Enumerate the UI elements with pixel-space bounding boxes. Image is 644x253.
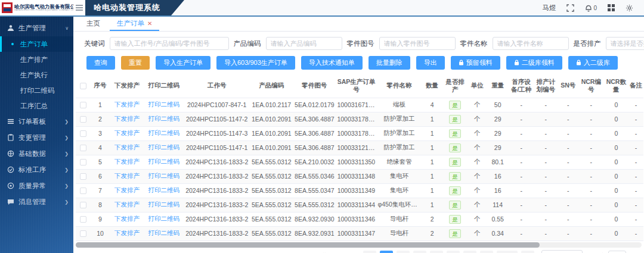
print-qrcode-link[interactable]: 打印二维码 xyxy=(144,112,184,126)
page-size-select[interactable]: 10条/页∨ xyxy=(541,250,583,253)
row-checkbox[interactable] xyxy=(80,216,86,223)
row-checkbox[interactable] xyxy=(80,145,86,151)
action-button-导出[interactable]: 导出 xyxy=(416,56,445,70)
sidebar-item-0[interactable]: 生产管理∨ xyxy=(0,20,73,36)
sidebar-collapse-icon[interactable] xyxy=(73,0,85,15)
action-button-批量删除[interactable]: 批量删除 xyxy=(369,56,410,70)
tab-0[interactable]: 主页 xyxy=(79,17,107,31)
sidebar-subitem-生产订单[interactable]: 生产订单 xyxy=(0,36,73,52)
print-qrcode-link[interactable]: 打印二维码 xyxy=(144,140,184,155)
pagination-page-6[interactable]: 6 xyxy=(463,251,476,253)
sidebar-item-5[interactable]: 质量异常❯ xyxy=(0,178,73,194)
sidebar-item-1[interactable]: 订单看板❯ xyxy=(0,114,73,130)
sidebar-item-2[interactable]: 变更管理❯ xyxy=(0,130,73,146)
column-header-6: SAP生产订单号 xyxy=(336,74,376,98)
column-header-15: NCR编号 xyxy=(578,74,604,98)
pagination-prev-button[interactable]: ‹ xyxy=(363,251,376,253)
sidebar-item-3[interactable]: 基础数据❯ xyxy=(0,146,73,162)
action-button-预留领料[interactable]: 预留领料 xyxy=(451,56,500,70)
action-button-导入生产订单[interactable]: 导入生产订单 xyxy=(156,56,210,70)
sidebar-subitem-工序汇总[interactable]: 工序汇总 xyxy=(0,98,73,114)
action-button-导入技术通知单[interactable]: 导入技术通知单 xyxy=(301,56,363,70)
print-qrcode-link[interactable]: 打印二维码 xyxy=(144,169,184,183)
pagination-page-4[interactable]: 4 xyxy=(430,251,443,253)
send-schedule-link[interactable]: 下发排产 xyxy=(110,183,144,198)
print-qrcode-link[interactable]: 打印二维码 xyxy=(144,183,184,198)
tab-1[interactable]: 生产订单✕ xyxy=(110,17,159,31)
table-row: 1下发排产打印二维码2024HPC1007-847-11EA.010.21175… xyxy=(76,98,643,112)
action-button-入二级库[interactable]: 入二级库 xyxy=(568,56,618,70)
filter-select-4[interactable]: 请选择是否排产∨ xyxy=(606,37,644,50)
column-header-12: 首序设备/工种 xyxy=(509,74,534,98)
sidebar-subitem-生产排产[interactable]: 生产排产 xyxy=(0,52,73,67)
username[interactable]: 马煜 xyxy=(542,4,556,13)
notification-bell-icon[interactable]: 0 xyxy=(585,4,597,12)
send-schedule-link[interactable]: 下发排产 xyxy=(110,126,144,140)
row-checkbox[interactable] xyxy=(80,116,86,123)
scheduled-badge: 是 xyxy=(449,158,461,167)
filter-input-3[interactable] xyxy=(493,37,569,50)
horizontal-scrollbar-thumb[interactable] xyxy=(76,242,540,248)
tab-close-icon[interactable]: ✕ xyxy=(147,21,152,27)
pagination-next-button[interactable]: › xyxy=(521,251,534,253)
cell-sn_no: - xyxy=(558,126,578,140)
change-icon xyxy=(7,134,14,142)
action-button-重置[interactable]: 重置 xyxy=(121,56,150,70)
row-checkbox[interactable] xyxy=(80,188,86,194)
print-qrcode-link[interactable]: 打印二维码 xyxy=(144,98,184,112)
send-schedule-link[interactable]: 下发排产 xyxy=(110,140,144,155)
cell-part_no: 8EA.932.0931 xyxy=(293,226,336,240)
column-header-14: SN号 xyxy=(558,74,578,98)
row-checkbox[interactable] xyxy=(80,102,86,108)
select-all-checkbox[interactable] xyxy=(80,83,86,89)
sidebar-subitem-label: 工序汇总 xyxy=(20,102,48,111)
cell-part_no: 8EA.932.0930 xyxy=(293,212,336,226)
cell-sn_no: - xyxy=(558,212,578,226)
sidebar-subitem-打印二维码[interactable]: 打印二维码 xyxy=(0,83,73,98)
row-checkbox[interactable] xyxy=(80,130,86,137)
send-schedule-link[interactable]: 下发排产 xyxy=(110,212,144,226)
row-checkbox[interactable] xyxy=(80,202,86,208)
action-button-导入603/903生产订单[interactable]: 导入603/903生产订单 xyxy=(216,56,295,70)
pagination-page-2[interactable]: 2 xyxy=(397,251,410,253)
pagination-page-1[interactable]: 1 xyxy=(380,251,393,253)
action-button-二级库领料[interactable]: 二级库领料 xyxy=(506,56,562,70)
print-qrcode-link[interactable]: 打印二维码 xyxy=(144,126,184,140)
send-schedule-link[interactable]: 下发排产 xyxy=(110,112,144,126)
cell-scheduled: 是 xyxy=(442,198,468,212)
fullscreen-icon[interactable] xyxy=(566,4,574,12)
action-button-查询[interactable]: 查询 xyxy=(86,56,115,70)
send-schedule-link[interactable]: 下发排产 xyxy=(110,226,144,240)
sidebar-item-6[interactable]: 消息管理❯ xyxy=(0,194,73,210)
send-schedule-link[interactable]: 下发排产 xyxy=(110,98,144,112)
row-checkbox[interactable] xyxy=(80,159,86,165)
send-schedule-link[interactable]: 下发排产 xyxy=(110,198,144,212)
row-checkbox[interactable] xyxy=(80,173,86,180)
button-label: 重置 xyxy=(129,58,142,67)
pagination-page-5[interactable]: 5 xyxy=(447,251,460,253)
goto-page-input[interactable] xyxy=(608,251,626,253)
cell-plan_no: - xyxy=(534,212,558,226)
send-schedule-link[interactable]: 下发排产 xyxy=(110,155,144,169)
horizontal-scrollbar[interactable] xyxy=(76,242,642,248)
print-qrcode-link[interactable]: 打印二维码 xyxy=(144,198,184,212)
filter-input-2[interactable] xyxy=(379,37,456,50)
cell-weight: 29 xyxy=(487,112,509,126)
pagination-page-3699[interactable]: 3699 xyxy=(497,251,517,253)
filter-input-0[interactable] xyxy=(110,37,229,50)
apps-grid-icon[interactable] xyxy=(608,4,615,11)
settings-gear-icon[interactable] xyxy=(626,4,633,12)
send-schedule-link[interactable]: 下发排产 xyxy=(110,169,144,183)
row-checkbox[interactable] xyxy=(80,230,86,237)
sidebar-subitem-生产执行[interactable]: 生产执行 xyxy=(0,67,73,83)
print-qrcode-link[interactable]: 打印二维码 xyxy=(144,226,184,240)
pagination-page-3[interactable]: 3 xyxy=(413,251,426,253)
print-qrcode-link[interactable]: 打印二维码 xyxy=(144,212,184,226)
pagination-ellipsis[interactable]: ••• xyxy=(480,251,493,253)
sidebar-subitem-label: 生产执行 xyxy=(20,71,48,80)
cell-first_device: - xyxy=(509,140,534,155)
filter-input-1[interactable] xyxy=(266,37,342,50)
sidebar-item-4[interactable]: 标准工序❯ xyxy=(0,162,73,178)
cell-unit: 个 xyxy=(468,98,487,112)
print-qrcode-link[interactable]: 打印二维码 xyxy=(144,155,184,169)
